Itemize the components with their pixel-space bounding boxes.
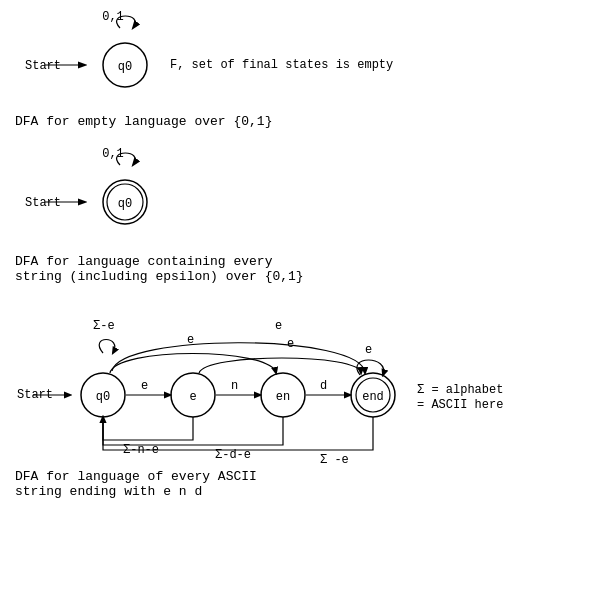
d1-q0-label: q0 (118, 60, 132, 74)
d3-caption2: string ending with e n d (15, 484, 585, 499)
d3-start-label: Start (17, 388, 53, 402)
d3-en-d-label: d (320, 379, 327, 393)
d1-loop-label: 0,1 (102, 10, 124, 24)
d3-end-back-label: Σ -e (320, 453, 349, 465)
d3-q0-e-label: e (141, 379, 148, 393)
d3-e-label: e (189, 390, 196, 404)
d3-q0-label: q0 (96, 390, 110, 404)
d1-annotation: F, set of final states is empty (170, 58, 393, 72)
d2-caption1: DFA for language containing every (15, 254, 304, 269)
d3-e-n-label: n (231, 379, 238, 393)
diagram2-svg: 0,1 Start q0 (15, 145, 265, 250)
d2-caption2: string (including epsilon) over {0,1} (15, 269, 304, 284)
diagram1: 0,1 Start q0 F, set of final states is e… (15, 10, 435, 129)
d3-en-label: en (276, 390, 290, 404)
d2-loop-label: 0,1 (102, 147, 124, 161)
d3-caption1: DFA for language of every ASCII (15, 469, 585, 484)
diagram1-svg: 0,1 Start q0 F, set of final states is e… (15, 10, 435, 110)
d3-sigma-label2: = ASCII here (417, 398, 503, 412)
d1-caption: DFA for empty language over {0,1} (15, 114, 435, 129)
d3-sigma-label1: Σ = alphabet (417, 383, 503, 397)
d3-e-end-top-label: e (287, 337, 294, 351)
d3-q0-loop-label: Σ-e (93, 319, 115, 333)
d3-end-loop-e: e (365, 343, 372, 357)
d3-q0-end-top-label: e (275, 319, 282, 333)
d1-start-label: Start (25, 59, 61, 73)
d2-start-label: Start (25, 196, 61, 210)
diagram3: Σ-e Start q0 e e n en d end e Σ-n-e (15, 305, 585, 499)
d2-q0-label: q0 (118, 197, 132, 211)
diagram3-svg: Σ-e Start q0 e e n en d end e Σ-n-e (15, 305, 585, 465)
d3-end-label: end (362, 390, 384, 404)
diagram2: 0,1 Start q0 DFA for language containing… (15, 145, 304, 284)
